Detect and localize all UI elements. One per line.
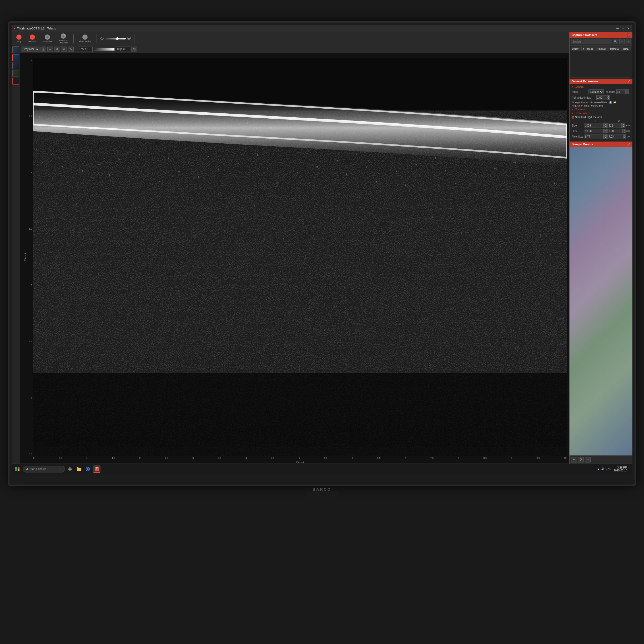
zoom-tool-btn[interactable]: [571, 457, 577, 462]
tool-btn-5[interactable]: [68, 47, 74, 52]
params-pin-btn[interactable]: 📌: [627, 80, 630, 83]
pixel-z-down[interactable]: ▼: [623, 137, 626, 139]
thumbnail-1[interactable]: [12, 46, 19, 53]
close-button[interactable]: ✕: [626, 26, 630, 31]
maximize-button[interactable]: □: [621, 26, 625, 31]
dataset-params-header[interactable]: Dataset Parameters 📌: [570, 79, 632, 84]
file-explorer-button[interactable]: [75, 465, 83, 473]
size-unit: pixel: [625, 124, 630, 127]
record-button[interactable]: Record: [26, 33, 38, 44]
svg-rect-255: [18, 467, 19, 469]
taskbar-search-icon: [26, 467, 29, 471]
pixel-x-input[interactable]: 9.77: [584, 134, 604, 139]
tool-btn-2[interactable]: [47, 47, 53, 52]
tool-btn-3[interactable]: [54, 47, 60, 52]
thumbnail-2[interactable]: [12, 54, 19, 61]
number-input[interactable]: 34: [616, 89, 626, 94]
scan-pattern-section-title[interactable]: Scan Pattern: [572, 112, 630, 115]
svg-rect-98: [36, 149, 37, 150]
brightness-handle[interactable]: [116, 37, 119, 40]
storage-format-icon[interactable]: 💾: [609, 101, 612, 104]
freeform-radio[interactable]: Freeform: [588, 116, 602, 119]
view-mode-select[interactable]: Physical: [22, 47, 39, 52]
size-z-down[interactable]: ▼: [622, 125, 625, 128]
stop-button[interactable]: Stop: [14, 33, 24, 44]
taskbar-search[interactable]: Start a search: [23, 466, 65, 472]
svg-rect-142: [465, 161, 465, 163]
volume-icon[interactable]: 🔊: [601, 467, 604, 470]
size-label: Size: [572, 124, 583, 127]
sample-monitor-pin[interactable]: 📌: [627, 143, 630, 146]
thumbnail-4[interactable]: [12, 70, 19, 77]
delete-dataset-btn[interactable]: ×: [626, 39, 631, 44]
title-bar: ● ThorImageOCT 5.1.2 - Telesto — □ ✕: [12, 25, 632, 32]
sample-monitor-header[interactable]: Sample Monitor 📌: [570, 142, 632, 147]
folder-icon: [77, 467, 81, 471]
fov-x-down[interactable]: ▼: [603, 131, 607, 133]
task-view-button[interactable]: [66, 465, 74, 473]
size-x-input[interactable]: 1024: [584, 123, 604, 128]
tool-btn-4[interactable]: [61, 47, 67, 52]
tool-btn-1[interactable]: [41, 47, 46, 52]
thumbnail-5[interactable]: [12, 78, 19, 85]
fov-x-up[interactable]: ▲: [603, 129, 607, 131]
time-series-button[interactable]: Time Series: [77, 33, 94, 44]
pixel-z-input[interactable]: 7.03: [607, 134, 623, 139]
bulb-btn[interactable]: [578, 457, 584, 462]
svg-rect-202: [520, 227, 521, 229]
chrome-button[interactable]: [84, 465, 92, 473]
study-select[interactable]: Default: [588, 89, 604, 94]
size-z-up[interactable]: ▲: [622, 123, 625, 125]
storage-format-folder[interactable]: 📁: [613, 101, 616, 104]
col-number: #: [582, 47, 586, 51]
main-canvas-area: 0 0.5 1 1.5 2 2.5 3 3.5 Z (mm): [20, 53, 569, 464]
snapshot-button[interactable]: Snapshot: [40, 33, 54, 44]
low-db-input[interactable]: Low dB: [78, 47, 93, 52]
fov-z-up[interactable]: ▲: [623, 129, 626, 131]
captured-datasets-header[interactable]: Captured Datasets 📌: [570, 32, 632, 38]
refresh-btn[interactable]: [131, 47, 137, 52]
y-axis-title: Z (mm): [24, 253, 27, 261]
record-icon: [30, 34, 35, 40]
standard-radio[interactable]: Standard: [572, 116, 586, 119]
svg-rect-246: [33, 373, 567, 456]
network-icon[interactable]: ▲: [597, 467, 600, 470]
advanced-snapshot-button[interactable]: AdvancedSnapshot: [57, 32, 70, 45]
refr-down[interactable]: ▼: [607, 98, 610, 100]
comment-section-title[interactable]: Comment: [572, 108, 630, 111]
general-section-title[interactable]: General: [572, 85, 630, 88]
svg-rect-223: [261, 318, 263, 319]
svg-rect-177: [273, 217, 275, 217]
thorimage-taskbar-btn[interactable]: T: [93, 465, 100, 473]
minimize-button[interactable]: —: [616, 26, 620, 31]
size-x-up[interactable]: ▲: [603, 123, 607, 125]
thumbnail-3[interactable]: [12, 62, 19, 69]
add-dataset-btn[interactable]: +: [619, 39, 625, 44]
pixel-z-up[interactable]: ▲: [623, 134, 626, 137]
search-button[interactable]: 🔍: [613, 39, 618, 44]
search-input[interactable]: [571, 39, 612, 44]
settings-tool-btn[interactable]: [585, 457, 591, 462]
pixel-x-up[interactable]: ▲: [603, 134, 607, 137]
number-up-arrow[interactable]: ▲: [626, 89, 629, 92]
number-down-arrow[interactable]: ▼: [626, 92, 629, 94]
fov-x-input[interactable]: 10.00: [584, 129, 604, 133]
fov-z-input[interactable]: 3.60: [607, 129, 623, 133]
size-z-input[interactable]: 512: [607, 123, 622, 128]
svg-rect-203: [530, 209, 531, 210]
high-db-input[interactable]: High dB: [116, 47, 130, 52]
pixel-x-down[interactable]: ▼: [603, 137, 607, 139]
refr-up[interactable]: ▲: [607, 95, 610, 98]
brightness-slider[interactable]: [105, 38, 126, 39]
start-button[interactable]: [14, 465, 21, 473]
fov-z-down[interactable]: ▼: [623, 131, 626, 133]
size-x-down[interactable]: ▼: [603, 125, 607, 128]
svg-rect-103: [82, 170, 83, 172]
svg-rect-159: [95, 220, 97, 220]
panel-pin-btn[interactable]: 📌: [627, 33, 630, 37]
svg-rect-156: [66, 236, 66, 237]
svg-rect-240: [497, 302, 497, 303]
refractive-index-input[interactable]: 1.00: [596, 95, 607, 100]
clock[interactable]: 3:26 PM 2020-05-14: [614, 466, 627, 472]
svg-rect-234: [414, 306, 414, 307]
